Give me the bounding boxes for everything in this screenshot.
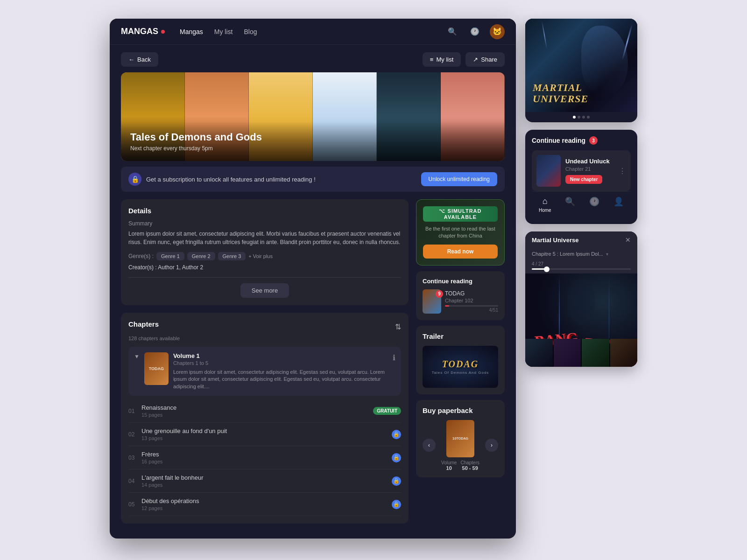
mu-progress-dot[interactable] [544, 266, 550, 272]
trailer-title: Trailer [423, 332, 498, 340]
close-icon[interactable]: ✕ [625, 236, 631, 244]
translate-icon: ⌥ [439, 208, 445, 214]
mob-nav-search[interactable]: 🔍 [565, 196, 575, 213]
pb-volume-value: 10 [441, 465, 457, 471]
sort-button[interactable]: ⇅ [395, 322, 401, 331]
details-title: Details [128, 207, 401, 215]
chapter-item[interactable]: 01 Renaissance 15 pages GRATUIT [128, 399, 401, 423]
app-logo[interactable]: MANGAS [121, 27, 165, 36]
nav-mylist[interactable]: My list [214, 28, 233, 35]
unlock-button[interactable]: Unlock unlimited reading [421, 172, 497, 186]
share-button[interactable]: ↗ Share [465, 52, 505, 67]
mu-dot-3[interactable] [582, 116, 585, 119]
genre-tag-2[interactable]: Genre 2 [187, 252, 215, 260]
cr-mobile-title: Continue reading [532, 137, 585, 144]
simultrad-description: Be the first one to read the last chapte… [423, 225, 498, 240]
chapter-pages: 12 pages [141, 505, 392, 511]
hero-overlay: Tales of Demons and Gods Next chapter ev… [121, 122, 505, 161]
logo-text: MANGAS [121, 27, 158, 36]
search-icon[interactable]: 🔍 [445, 24, 460, 39]
cr-mobile-chapter: Chapter 21 [565, 166, 614, 172]
user-avatar[interactable]: 🐱 [490, 24, 505, 39]
see-more-button[interactable]: See more [240, 283, 289, 298]
summary-text: Lorem ipsum dolor sit amet, consectetur … [128, 230, 401, 246]
mu-dot-4[interactable] [587, 116, 590, 119]
history-icon: 🕐 [589, 196, 599, 207]
hero-manga-title: Tales of Demons and Gods [130, 131, 495, 143]
continue-reading-chapter: Chapter 102 [445, 298, 498, 303]
chapter-info: L'argent fait le bonheur 14 pages [141, 474, 392, 488]
nav-blog[interactable]: Blog [244, 28, 257, 35]
right-panel: MARTIALUNIVERSE Continue reading 3 Undea… [525, 19, 637, 367]
chapter-number: 01 [128, 408, 141, 414]
volume-item: ▼ TODAG Volume 1 Chapters 1 to 5 Lorem i… [128, 347, 401, 396]
new-chapter-button[interactable]: New chapter [565, 175, 602, 184]
search-icon: 🔍 [565, 196, 575, 207]
chapters-count: 128 chapters available [128, 336, 401, 341]
hero-manga-subtitle: Next chapter every thursday 5pm [130, 145, 495, 152]
chapter-item[interactable]: 05 Début des opérations 12 pages 🔒 [128, 493, 401, 516]
paperback-cover: 10 TODAG [446, 420, 474, 457]
volume-cover: TODAG [144, 352, 169, 385]
nav-links: Mangas My list Blog [180, 28, 430, 35]
cr-mobile-item[interactable]: Undead Unluck Chapter 21 New chapter ⋮ [532, 150, 631, 191]
list-icon: ≡ [430, 56, 434, 63]
mu-reader-chapter: Chapitre 5 : Lorem Ipsum Dol... ▾ [525, 248, 637, 261]
back-label: Back [137, 56, 151, 63]
chapter-number: 02 [128, 431, 141, 438]
chapter-info: Une grenouille au fond d'un puit 13 page… [141, 427, 392, 441]
sub-text: Get a subscription to unlock all feature… [146, 176, 316, 183]
mu-dot-2[interactable] [578, 116, 580, 119]
back-button[interactable]: ← Back [121, 52, 158, 67]
carousel-next-button[interactable]: › [485, 439, 498, 452]
chapter-item[interactable]: 03 Frères 16 pages 🔒 [128, 446, 401, 469]
carousel-prev-button[interactable]: ‹ [423, 439, 436, 452]
thumb-2 [554, 339, 581, 367]
mob-nav-profile[interactable]: 👤 [613, 196, 624, 213]
trailer-card: Trailer TODAG Tales Of Demons And Gods [416, 326, 505, 394]
creator-row: Creator(s) : Author 1, Author 2 [128, 264, 401, 271]
genre-row: Genre(s) : Genre 1 Genre 2 Genre 3 + Voi… [128, 252, 401, 260]
read-now-button[interactable]: Read now [423, 245, 498, 259]
pb-volume-info: Volume 10 [441, 460, 457, 471]
volume-info-icon[interactable]: ℹ [393, 353, 395, 362]
mob-nav-home[interactable]: ⌂ Home [539, 196, 551, 213]
right-column: ⌥ SIMULTRAD AVAILABLE Be the first one t… [416, 199, 505, 531]
genres-label: Genre(s) : [128, 253, 154, 259]
cr-mobile-cover [536, 155, 561, 187]
continue-reading-title: Continue reading [423, 278, 498, 285]
navbar: MANGAS Mangas My list Blog 🔍 🕐 🐱 [110, 19, 516, 45]
logo-accent [161, 30, 165, 34]
continue-reading-badge: 9 [436, 290, 443, 298]
sub-left: 🔒 Get a subscription to unlock all featu… [128, 173, 316, 186]
chevron-down-icon[interactable]: ▾ [606, 252, 608, 257]
genre-tag-1[interactable]: Genre 1 [156, 252, 184, 260]
mu-dot-1[interactable] [573, 116, 576, 119]
my-list-button[interactable]: ≡ My list [423, 52, 461, 67]
nav-mangas[interactable]: Mangas [180, 28, 203, 35]
two-column-layout: Details Summary Lorem ipsum dolor sit am… [121, 199, 505, 531]
pb-chapters-info: Chapters 50 - 59 [460, 460, 479, 471]
share-icon: ↗ [473, 56, 478, 63]
main-app-window: MANGAS Mangas My list Blog 🔍 🕐 🐱 ← Back [110, 19, 516, 539]
mu-progress-bar-container: 4 / 27 [525, 261, 637, 273]
paperback-card: Buy paperback ‹ 10 TODAG Volume [416, 400, 505, 477]
mu-progress-track [532, 268, 631, 270]
genre-tag-3[interactable]: Genre 3 [218, 252, 246, 260]
history-icon[interactable]: 🕐 [467, 24, 482, 39]
cr-mobile-more-icon[interactable]: ⋮ [619, 167, 626, 175]
thumb-3 [582, 339, 609, 367]
chapter-item[interactable]: 02 Une grenouille au fond d'un puit 13 p… [128, 423, 401, 446]
volume-description: Lorem ipsum dolor sit amet, consectetur … [173, 369, 388, 390]
mob-nav-history[interactable]: 🕐 [589, 196, 599, 213]
voir-plus-link[interactable]: + Voir plus [248, 253, 273, 259]
chapters-card: Chapters ⇅ 128 chapters available ▼ TODA… [121, 313, 409, 524]
creators-label: Creator(s) : [128, 264, 157, 271]
trailer-thumbnail[interactable]: TODAG Tales Of Demons And Gods [423, 346, 498, 388]
continue-reading-item[interactable]: 9 TODAG Chapter 102 4/51 [423, 289, 498, 314]
chapter-pages: 14 pages [141, 482, 392, 488]
mu-reader-character [567, 278, 595, 325]
chapter-item[interactable]: 04 L'argent fait le bonheur 14 pages 🔒 [128, 469, 401, 493]
cr-mobile-badge: 3 [589, 136, 598, 145]
volume-chevron-icon[interactable]: ▼ [134, 353, 140, 360]
